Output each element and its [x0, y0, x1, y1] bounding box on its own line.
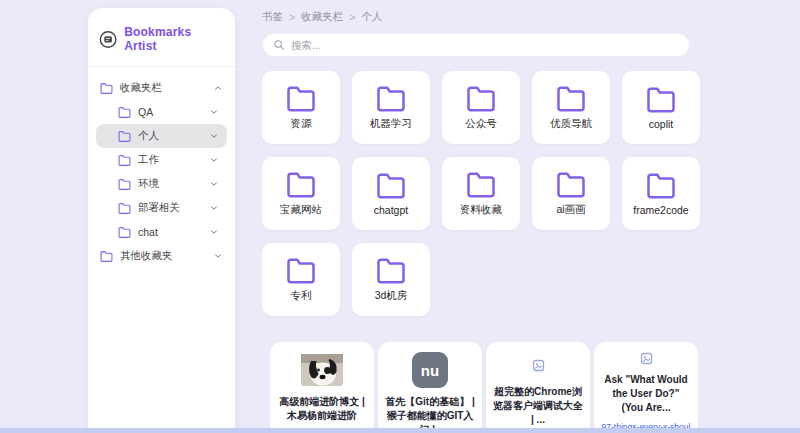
bookmark-thumbnail [640, 352, 653, 366]
sidebar-item-collections-root[interactable]: 收藏夹栏 [88, 76, 235, 100]
folder-label: 宝藏网站 [280, 203, 322, 217]
folder-icon [100, 250, 113, 263]
folder-icon [556, 84, 586, 114]
folder-icon [376, 84, 406, 114]
folder-icon [118, 130, 131, 143]
bookmark-thumbnail [301, 352, 343, 388]
folder-label: ai画画 [556, 203, 585, 217]
folder-icon [376, 171, 406, 201]
bookmarks-logo-icon [98, 29, 118, 50]
folder-card-ziyuan[interactable]: 资源 [262, 71, 340, 144]
sidebar-item-label: 收藏夹栏 [120, 81, 162, 95]
bookmark-title: Ask "What Would the User Do?" (You Are..… [601, 373, 691, 415]
folder-card-ziliao-shoucang[interactable]: 资料收藏 [442, 157, 520, 230]
folder-icon [286, 256, 316, 286]
folder-icon [118, 202, 131, 215]
sidebar-item-label: 环境 [138, 177, 159, 191]
folder-icon [646, 171, 676, 201]
folder-icon [118, 178, 131, 191]
main-content: 书签 > 收藏夹栏 > 个人 资源 机器学习 公众号 优质导航 [255, 0, 800, 433]
folder-icon [118, 226, 131, 239]
folder-icon [100, 82, 113, 95]
sidebar-item-label: QA [138, 106, 153, 118]
folder-card-baozang-wangzhan[interactable]: 宝藏网站 [262, 157, 340, 230]
sidebar-item-chat[interactable]: chat [96, 220, 227, 244]
window-bottom-edge [0, 428, 800, 433]
app-title: Bookmarks Artist [124, 25, 223, 53]
folder-card-gongzhonghao[interactable]: 公众号 [442, 71, 520, 144]
folder-card-ai-huahua[interactable]: ai画画 [532, 157, 610, 230]
folder-icon [646, 85, 676, 115]
folder-label: chatgpt [374, 204, 408, 216]
folder-icon [466, 170, 496, 200]
folder-label: 专利 [291, 289, 312, 303]
chevron-up-icon[interactable] [213, 83, 223, 93]
chevron-down-icon[interactable] [209, 227, 219, 237]
sidebar: Bookmarks Artist 收藏夹栏 QA 个人 工作 环境 [88, 8, 235, 433]
folder-grid: 资源 机器学习 公众号 优质导航 coplit 宝藏网站 chatgpt 资料 [262, 71, 800, 316]
chevron-down-icon[interactable] [209, 107, 219, 117]
folder-icon [556, 170, 586, 200]
bookmark-card-muyiy[interactable]: 高级前端进阶博文 | 木易杨前端进阶 muyiy.cn [270, 342, 374, 433]
sidebar-item-other-collections[interactable]: 其他收藏夹 [88, 244, 235, 268]
folder-icon [118, 154, 131, 167]
folder-label: frame2code [633, 204, 688, 216]
bookmark-card-backlog[interactable]: nu 首先【Git的基础】 | 猴子都能懂的GIT入门 |.. backlog.… [378, 342, 482, 433]
broken-image-icon [532, 359, 545, 372]
breadcrumb-separator: > [289, 11, 295, 23]
chevron-down-icon[interactable] [209, 179, 219, 189]
folder-label: 资料收藏 [460, 203, 502, 217]
app-logo: Bookmarks Artist [88, 8, 235, 66]
bookmark-thumbnail [532, 352, 545, 378]
chevron-down-icon[interactable] [209, 155, 219, 165]
folder-card-chatgpt[interactable]: chatgpt [352, 157, 430, 230]
sidebar-item-label: 其他收藏夹 [120, 249, 173, 263]
folder-icon [376, 256, 406, 286]
chevron-down-icon[interactable] [213, 251, 223, 261]
sidebar-item-qa[interactable]: QA [96, 100, 227, 124]
breadcrumb-separator: > [349, 11, 355, 23]
sidebar-item-label: 部署相关 [138, 201, 180, 215]
sidebar-item-env[interactable]: 环境 [96, 172, 227, 196]
folder-card-frame2code[interactable]: frame2code [622, 157, 700, 230]
sidebar-item-deploy[interactable]: 部署相关 [96, 196, 227, 220]
breadcrumb-item-collections[interactable]: 收藏夹栏 [301, 10, 343, 24]
search-bar[interactable] [262, 33, 690, 57]
folder-label: 3d机房 [375, 289, 408, 303]
search-input[interactable] [291, 39, 679, 51]
folder-card-3d-jifang[interactable]: 3d机房 [352, 243, 430, 316]
folder-icon [466, 84, 496, 114]
folder-label: 公众号 [465, 117, 497, 131]
folder-label: 资源 [291, 117, 312, 131]
bookmark-thumbnail: nu [412, 352, 448, 388]
folder-card-zhuanli[interactable]: 专利 [262, 243, 340, 316]
folder-icon [286, 170, 316, 200]
sidebar-item-work[interactable]: 工作 [96, 148, 227, 172]
breadcrumb-item-personal: 个人 [361, 10, 382, 24]
bookmark-card-igeekbar[interactable]: 超完整的Chrome浏览器客户端调试大全 | ... www.igeekbar.… [486, 342, 590, 433]
bookmark-card-97-things[interactable]: Ask "What Would the User Do?" (You Are..… [594, 342, 698, 433]
search-icon [273, 39, 285, 51]
broken-image-icon [640, 352, 653, 365]
folder-card-machine-learning[interactable]: 机器学习 [352, 71, 430, 144]
sidebar-item-label: 工作 [138, 153, 159, 167]
chevron-down-icon[interactable] [209, 131, 219, 141]
breadcrumb: 书签 > 收藏夹栏 > 个人 [262, 10, 800, 24]
folder-label: 机器学习 [370, 117, 412, 131]
folder-card-youzhi-daohang[interactable]: 优质导航 [532, 71, 610, 144]
folder-icon [118, 106, 131, 119]
breadcrumb-item-bookmarks[interactable]: 书签 [262, 10, 283, 24]
sidebar-item-personal[interactable]: 个人 [96, 124, 227, 148]
folder-icon [286, 84, 316, 114]
folder-label: 优质导航 [550, 117, 592, 131]
nu-logo-icon: nu [412, 352, 448, 388]
sidebar-tree: 收藏夹栏 QA 个人 工作 环境 部署相关 [88, 67, 235, 277]
bookmark-title: 超完整的Chrome浏览器客户端调试大全 | ... [493, 385, 583, 427]
bookmark-title: 高级前端进阶博文 | 木易杨前端进阶 [277, 395, 367, 423]
bookmark-row: 高级前端进阶博文 | 木易杨前端进阶 muyiy.cn nu 首先【Git的基础… [270, 342, 800, 433]
sidebar-item-label: 个人 [138, 129, 159, 143]
dog-photo-thumbnail [301, 354, 343, 386]
chevron-down-icon[interactable] [209, 203, 219, 213]
folder-card-coplit[interactable]: coplit [622, 71, 700, 144]
folder-label: coplit [649, 118, 674, 130]
